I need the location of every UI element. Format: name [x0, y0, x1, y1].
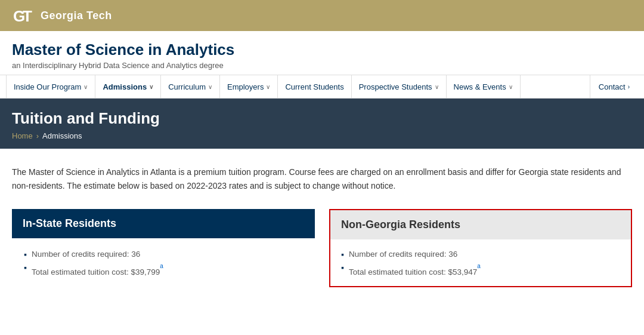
- site-title-area: Master of Science in Analytics an Interd…: [0, 31, 644, 75]
- nav-dropdown-icon: ∨: [509, 84, 513, 90]
- nav-item-news--events[interactable]: News & Events ∨: [447, 75, 521, 99]
- breadcrumb: Home › Admissions: [12, 131, 632, 140]
- nav-item-label: News & Events: [454, 82, 506, 91]
- intro-paragraph: The Master of Science in Analytics in At…: [12, 165, 632, 192]
- nav-item-label: Prospective Students: [359, 82, 432, 91]
- nav-item-employers[interactable]: Employers ∨: [220, 75, 278, 99]
- nav-item-current-students[interactable]: Current Students: [278, 75, 351, 99]
- card-body-in-state: Number of credits required: 36Total esti…: [12, 238, 315, 288]
- nav-dropdown-icon: ∨: [208, 84, 212, 90]
- nav-item-inside-our-program[interactable]: Inside Our Program ∨: [6, 75, 95, 99]
- nav-item-curriculum[interactable]: Curriculum ∨: [161, 75, 220, 99]
- nav-items-list: Inside Our Program ∨Admissions ∨Curricul…: [6, 75, 590, 99]
- card-body-non-georgia: Number of credits required: 36Total esti…: [329, 239, 632, 288]
- nav-item-label: Current Students: [285, 82, 343, 91]
- nav-item-prospective-students[interactable]: Prospective Students ∨: [352, 75, 447, 99]
- contact-nav-item[interactable]: Contact ›: [590, 75, 638, 99]
- card-non-georgia: Non-Georgia ResidentsNumber of credits r…: [329, 209, 632, 288]
- list-item: Number of credits required: 36: [24, 248, 303, 261]
- card-list-in-state: Number of credits required: 36Total esti…: [24, 248, 303, 278]
- breadcrumb-home[interactable]: Home: [12, 131, 33, 140]
- nav-right: Contact ›: [590, 75, 638, 99]
- gt-logo-icon: G T: [12, 6, 35, 25]
- nav-item-label: Admissions: [103, 82, 147, 91]
- footnote-link[interactable]: a: [160, 265, 163, 273]
- nav-dropdown-icon: ∨: [149, 84, 153, 90]
- site-header: G T Georgia Tech: [0, 0, 644, 31]
- footnote-link[interactable]: a: [477, 265, 481, 273]
- card-title-in-state: In-State Residents: [23, 217, 304, 230]
- card-header-non-georgia: Non-Georgia Residents: [329, 209, 632, 239]
- nav-dropdown-icon: ∨: [435, 84, 439, 90]
- card-header-in-state: In-State Residents: [12, 209, 315, 238]
- list-item: Number of credits required: 36: [341, 248, 620, 261]
- list-item: Total estimated tuition cost: $39,799a: [24, 261, 303, 278]
- logo-container[interactable]: G T Georgia Tech: [12, 6, 112, 25]
- university-name: Georgia Tech: [41, 10, 112, 22]
- contact-chevron: ›: [628, 84, 630, 90]
- site-subtitle: an Interdisciplinary Hybrid Data Science…: [12, 61, 632, 70]
- list-item: Total estimated tuition cost: $53,947a: [341, 261, 620, 278]
- nav-dropdown-icon: ∨: [266, 84, 270, 90]
- nav-dropdown-icon: ∨: [83, 84, 88, 90]
- breadcrumb-separator: ›: [36, 131, 39, 140]
- nav-item-admissions[interactable]: Admissions ∨: [95, 75, 161, 99]
- main-nav: Inside Our Program ∨Admissions ∨Curricul…: [0, 75, 644, 99]
- svg-text:T: T: [23, 7, 32, 25]
- card-title-non-georgia: Non-Georgia Residents: [341, 219, 620, 231]
- card-in-state: In-State ResidentsNumber of credits requ…: [12, 209, 315, 288]
- nav-item-label: Curriculum: [168, 82, 206, 91]
- breadcrumb-current: Admissions: [42, 131, 82, 140]
- card-list-non-georgia: Number of credits required: 36Total esti…: [341, 248, 620, 278]
- nav-item-label: Inside Our Program: [14, 82, 81, 91]
- site-title: Master of Science in Analytics: [12, 41, 632, 59]
- contact-label: Contact: [599, 82, 626, 91]
- page-title: Tuition and Funding: [12, 109, 632, 128]
- nav-item-label: Employers: [227, 82, 264, 91]
- main-content: The Master of Science in Analytics in At…: [0, 149, 644, 305]
- page-banner: Tuition and Funding Home › Admissions: [0, 99, 644, 149]
- tuition-cards-container: In-State ResidentsNumber of credits requ…: [12, 209, 632, 288]
